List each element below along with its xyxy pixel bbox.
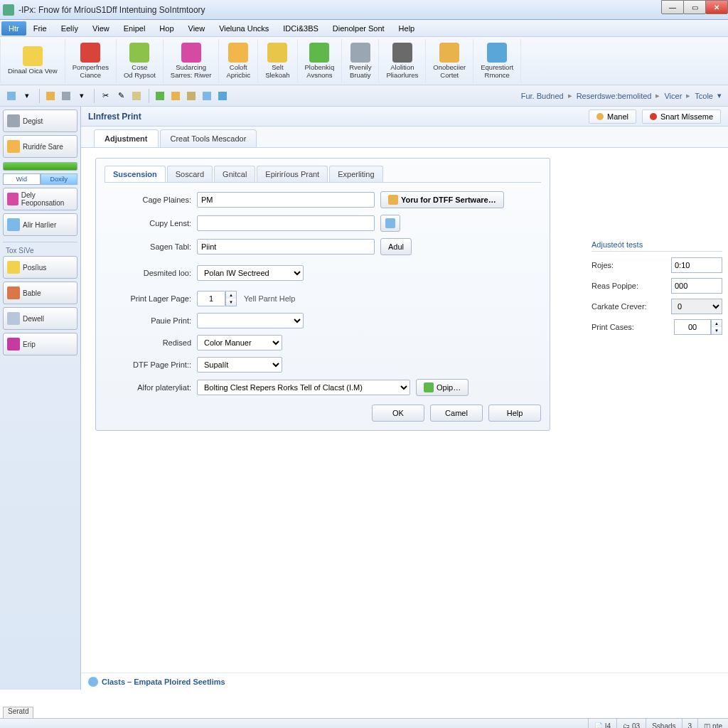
person-icon bbox=[596, 113, 604, 120]
subtab-gnitcal[interactable]: Gnitcal bbox=[214, 166, 255, 182]
ribbon-alolition[interactable]: AlolitionPliaorlures bbox=[379, 39, 426, 83]
sb-cell-2: 🗂 03 bbox=[616, 719, 646, 728]
menubar: HtrFrieEelíyViewEnipelHopViewVieluna Unc… bbox=[0, 20, 728, 37]
tab-creat-tools-mescador[interactable]: Creat Tools Mescador bbox=[160, 129, 257, 147]
subtab-experliting[interactable]: Experliting bbox=[329, 166, 382, 182]
subtab-epiriríous-prant[interactable]: Epiriríous Prant bbox=[257, 166, 328, 182]
pauie-print-label: Pauie Print: bbox=[105, 316, 197, 325]
sidebar-item-posíìus[interactable]: Posíìus bbox=[3, 256, 77, 279]
sidebar-item-erip[interactable]: Erip bbox=[3, 333, 77, 355]
arrow-icon bbox=[424, 382, 434, 392]
cancel-button[interactable]: Camel bbox=[430, 405, 483, 422]
menu-view[interactable]: View bbox=[85, 21, 117, 36]
adjust-panel: Adjusteót tests Rojes: Reas Popipe: Cark… bbox=[586, 148, 728, 673]
dtf-page-select[interactable]: Supalít bbox=[197, 357, 282, 373]
spin-down-icon[interactable]: ▼ bbox=[226, 299, 236, 306]
cage-plaines-input[interactable] bbox=[197, 192, 375, 208]
dtff-software-button[interactable]: Yoru for DTFF Sertware… bbox=[380, 191, 504, 208]
redised-select[interactable]: Color Manuer bbox=[197, 335, 282, 350]
key-icon bbox=[388, 195, 398, 205]
tb-icon-1[interactable] bbox=[4, 89, 18, 103]
menu-htr[interactable]: Htr bbox=[1, 21, 26, 36]
menu-vieluna uncks[interactable]: Vieluna Uncks bbox=[212, 21, 276, 36]
tb-cut-icon[interactable]: ✂ bbox=[98, 89, 112, 103]
tb-dropdown-icon[interactable]: ▾ bbox=[20, 89, 34, 103]
desmited-select[interactable]: Polan IW Sectreed bbox=[197, 265, 304, 281]
tb-icon-5[interactable] bbox=[184, 89, 198, 103]
ribbon-rvenily[interactable]: RvenilyBruatiy bbox=[342, 39, 379, 83]
spin-up-icon[interactable]: ▲ bbox=[712, 320, 722, 327]
breadcrumb-item[interactable]: Fur. Budned bbox=[521, 92, 564, 100]
maximize-button[interactable]: ▭ bbox=[683, 0, 706, 14]
ribbon-coloft[interactable]: ColoftApricbic bbox=[219, 39, 258, 83]
tb-folder-icon[interactable] bbox=[153, 89, 167, 103]
menu-view[interactable]: View bbox=[181, 21, 213, 36]
main-area: Degist Ruridŕe Sare Wid Doxily Dely Feop… bbox=[0, 107, 728, 690]
printcases-spinner[interactable]: ▲▼ bbox=[674, 319, 722, 335]
breadcrumb-dropdown-icon[interactable]: ▾ bbox=[717, 91, 722, 100]
tb-icon-4[interactable] bbox=[129, 89, 144, 103]
tb-flask-icon[interactable] bbox=[215, 89, 230, 103]
cupy-browse-button[interactable] bbox=[380, 215, 400, 232]
sagen-tabl-input[interactable] bbox=[197, 239, 375, 255]
ribbon-cose[interactable]: CoseOd Rypsot bbox=[117, 39, 164, 83]
tb-open-icon[interactable] bbox=[168, 89, 183, 103]
print-lager-spinner[interactable]: ▲▼ bbox=[197, 291, 237, 306]
chip-snart[interactable]: Snart Mísseme bbox=[642, 109, 721, 124]
ribbon-plobenkiq[interactable]: PlobenkiqAvsnons bbox=[298, 39, 343, 83]
tb-edit-icon[interactable]: ✎ bbox=[114, 89, 128, 103]
alfor-select[interactable]: Bolting Clest Repers Rorks Tell of Clacs… bbox=[197, 380, 410, 395]
spin-down-icon[interactable]: ▼ bbox=[712, 327, 722, 334]
rojes-input[interactable] bbox=[671, 257, 722, 273]
sidebar-item-ruridŕe-sare[interactable]: Ruridŕe Sare bbox=[3, 135, 77, 158]
ribbon-onobeciier[interactable]: OnobeciierCortet bbox=[426, 39, 473, 83]
sidebar-item-alir-haríier[interactable]: Alir Haríier bbox=[3, 213, 77, 236]
statusbar-tab[interactable]: Seratd bbox=[3, 707, 33, 718]
toggle-wid[interactable]: Wid bbox=[3, 173, 41, 185]
sidebar-item-icon bbox=[7, 140, 20, 153]
menu-hop[interactable]: Hop bbox=[152, 21, 181, 36]
tb-icon-6[interactable] bbox=[200, 89, 214, 103]
toggle-doxily[interactable]: Doxily bbox=[41, 173, 78, 185]
sidebar-header-label: Degist bbox=[23, 117, 43, 125]
ribbon-pomperfnes[interactable]: PomperfnesCiance bbox=[65, 39, 117, 83]
close-button[interactable]: ✕ bbox=[705, 0, 728, 14]
settings-panel: SuscensionSoscardGnitcalEpiriríous Prant… bbox=[95, 158, 550, 431]
menu-idci&3bs[interactable]: IDCi&3BS bbox=[276, 21, 326, 36]
subtab-soscard[interactable]: Soscard bbox=[167, 166, 213, 182]
tab-adjustment[interactable]: Adjustment bbox=[94, 129, 159, 147]
breadcrumb-item[interactable]: Tcole bbox=[695, 92, 713, 100]
sidebar-item-bable[interactable]: Bable bbox=[3, 282, 77, 304]
sidebar-item-dely-feoponsation[interactable]: Dely Feoponsation bbox=[3, 188, 77, 210]
ribbon-icon bbox=[487, 43, 507, 63]
tb-icon-3[interactable] bbox=[59, 89, 73, 103]
chip-manel[interactable]: Manel bbox=[589, 109, 636, 124]
breadcrumb-item[interactable]: Reserdswe:bemolited bbox=[577, 92, 652, 100]
pauie-print-select[interactable] bbox=[197, 313, 304, 328]
spin-up-icon[interactable]: ▲ bbox=[226, 291, 236, 299]
ribbon-dinaal-oica-vew[interactable]: Dinaal Oica Vew bbox=[0, 39, 65, 83]
tb-dropdown-icon-2[interactable]: ▾ bbox=[75, 89, 89, 103]
opip-button[interactable]: Opip… bbox=[416, 379, 469, 396]
ribbon-selt[interactable]: SeltSlekoah bbox=[258, 39, 297, 83]
menu-dienolper sont[interactable]: Dienolper Sont bbox=[326, 21, 392, 36]
menu-help[interactable]: Help bbox=[392, 21, 422, 36]
sidebar-item-icon bbox=[7, 193, 18, 205]
ok-button[interactable]: OK bbox=[372, 405, 424, 422]
help-button[interactable]: Help bbox=[488, 405, 541, 422]
ribbon-sudarcing[interactable]: SudarcingSarres: Riwer bbox=[164, 39, 220, 83]
menu-frie[interactable]: Frie bbox=[26, 21, 54, 36]
add-button[interactable]: Adul bbox=[380, 238, 412, 255]
subtab-suscension[interactable]: Suscension bbox=[105, 166, 166, 182]
sidebar-item-dewell[interactable]: Dewell bbox=[3, 307, 77, 330]
ribbon-equrestiort[interactable]: EqurestiortRmonce bbox=[473, 39, 521, 83]
menu-enipel[interactable]: Enipel bbox=[117, 21, 153, 36]
menu-eelíy[interactable]: Eelíy bbox=[54, 21, 85, 36]
carkate-select[interactable]: 0 bbox=[671, 299, 722, 314]
cupy-lenst-input[interactable] bbox=[197, 215, 375, 231]
sidebar-header[interactable]: Degist bbox=[3, 109, 77, 132]
breadcrumb-item[interactable]: Vicer bbox=[664, 92, 682, 100]
tb-icon-2[interactable] bbox=[43, 89, 58, 103]
reas-input[interactable] bbox=[671, 278, 722, 294]
minimize-button[interactable]: — bbox=[661, 0, 684, 14]
